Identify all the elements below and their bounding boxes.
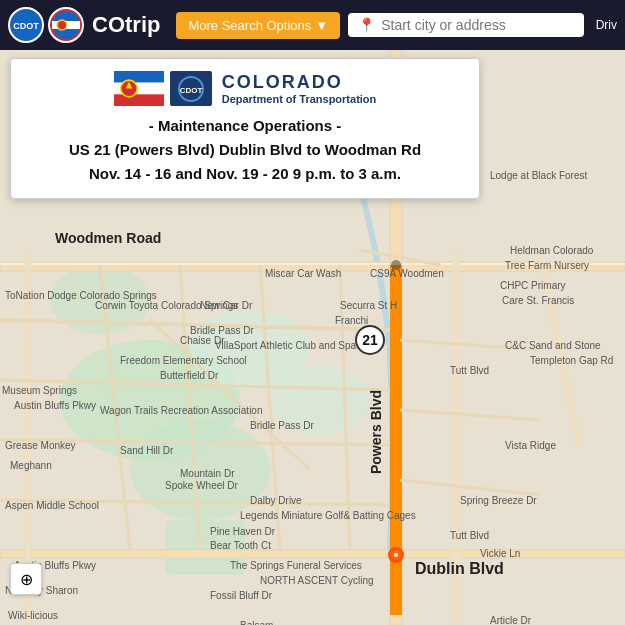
card-title-3: Nov. 14 - 16 and Nov. 19 - 20 9 p.m. to … xyxy=(27,162,463,186)
svg-point-8 xyxy=(130,420,270,520)
search-input-area[interactable]: 📍 xyxy=(348,13,584,37)
svg-text:CO: CO xyxy=(66,22,78,31)
dropdown-icon: ▼ xyxy=(315,18,328,33)
svg-point-36 xyxy=(394,553,398,557)
logo-text: COtrip xyxy=(92,12,160,38)
drive-button[interactable]: Driv xyxy=(596,18,617,32)
search-btn-label: More Search Options xyxy=(188,18,311,33)
svg-point-37 xyxy=(391,260,401,270)
info-card: CDOT COLORADO Department of Transportati… xyxy=(10,58,480,199)
route-21-shield: 21 xyxy=(355,325,385,355)
dept-text: COLORADO Department of Transportation xyxy=(222,72,377,105)
card-body: - Maintenance Operations - US 21 (Powers… xyxy=(27,114,463,186)
location-pin-icon: 📍 xyxy=(358,17,375,33)
dublin-blvd-label: Dublin Blvd xyxy=(415,560,504,578)
location-button[interactable]: ⊕ xyxy=(10,563,42,595)
card-title-2: US 21 (Powers Blvd) Dublin Blvd to Woodm… xyxy=(27,138,463,162)
co-logo: CO xyxy=(48,7,84,43)
cdot-box: CDOT xyxy=(170,71,212,106)
svg-text:CDOT: CDOT xyxy=(179,86,202,95)
more-search-options-button[interactable]: More Search Options ▼ xyxy=(176,12,340,39)
logo-area: CDOT CO COtrip xyxy=(8,7,160,43)
svg-point-12 xyxy=(270,365,370,435)
svg-rect-38 xyxy=(114,71,164,83)
search-input[interactable] xyxy=(381,17,574,33)
svg-text:CDOT: CDOT xyxy=(13,21,39,31)
header: CDOT CO COtrip More Search Options ▼ 📍 xyxy=(0,0,625,50)
app: CDOT CO COtrip More Search Options ▼ 📍 xyxy=(0,0,625,625)
department-name: Department of Transportation xyxy=(222,93,377,105)
svg-rect-11 xyxy=(165,520,245,575)
svg-rect-17 xyxy=(0,550,625,558)
co-flag-svg xyxy=(114,71,164,106)
cdot-logo: CDOT xyxy=(8,7,44,43)
card-title-1: - Maintenance Operations - xyxy=(27,114,463,138)
svg-rect-40 xyxy=(114,94,164,106)
colorado-logo: CDOT xyxy=(114,71,212,106)
colorado-name: COLORADO xyxy=(222,72,377,93)
powers-blvd-label: Powers Blvd xyxy=(368,390,384,474)
location-icon: ⊕ xyxy=(20,570,33,589)
woodmen-road-label: Woodmen Road xyxy=(55,230,161,246)
card-header: CDOT COLORADO Department of Transportati… xyxy=(27,71,463,106)
svg-rect-14 xyxy=(0,263,625,265)
